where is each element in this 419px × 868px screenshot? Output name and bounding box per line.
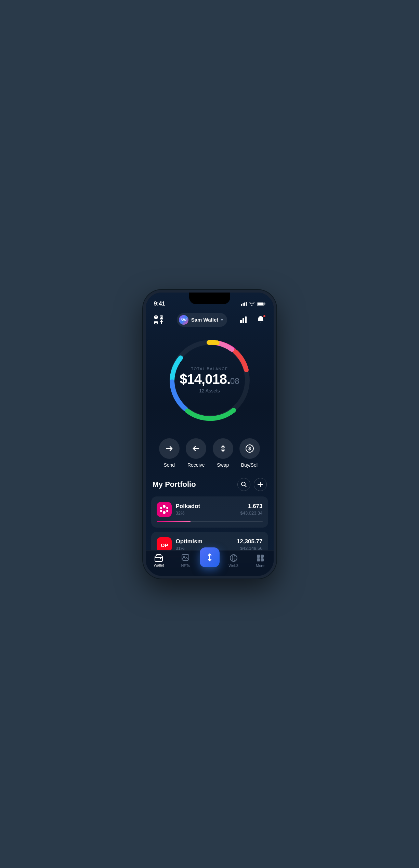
optimism-amount: 12,305.77 <box>237 538 263 545</box>
balance-main: $14,018. <box>180 372 230 387</box>
signal-icon <box>241 302 247 306</box>
search-portfolio-button[interactable] <box>237 478 250 491</box>
total-balance-label: TOTAL BALANCE <box>191 367 228 371</box>
wifi-icon <box>249 302 255 306</box>
web3-nav-icon <box>230 554 238 562</box>
svg-rect-6 <box>257 302 263 305</box>
svg-rect-37 <box>160 558 161 559</box>
svg-point-29 <box>163 505 166 508</box>
notification-dot <box>263 314 266 318</box>
assets-count: 12 Assets <box>199 388 220 393</box>
nav-nfts[interactable]: NFTs <box>172 554 199 568</box>
receive-button[interactable]: Receive <box>186 438 206 468</box>
polkadot-usd: $43,023.34 <box>240 510 262 516</box>
notch <box>189 293 230 304</box>
notification-button[interactable] <box>254 314 267 326</box>
wallet-name: Sam Wallet <box>191 317 218 323</box>
svg-line-26 <box>245 485 246 487</box>
nav-more[interactable]: More <box>247 554 274 568</box>
portfolio-actions <box>237 478 267 491</box>
balance-center: TOTAL BALANCE $14,018.08 12 Assets <box>180 367 239 393</box>
buysell-label: Buy/Sell <box>241 462 259 468</box>
balance-amount: $14,018.08 <box>180 372 239 386</box>
receive-label: Receive <box>187 462 205 468</box>
polkadot-asset-card[interactable]: Polkadot 32% 1.673 $43,023.34 <box>151 496 268 528</box>
buysell-icon-circle: $ <box>239 438 260 459</box>
swap-label: Swap <box>217 462 229 468</box>
svg-rect-10 <box>155 316 157 318</box>
nav-web3[interactable]: Web3 <box>220 554 247 568</box>
nft-nav-label: NFTs <box>181 563 190 568</box>
chart-button[interactable] <box>238 314 250 326</box>
balance-ring-container: TOTAL BALANCE $14,018.08 12 Assets <box>146 332 274 431</box>
scan-button[interactable] <box>153 314 165 326</box>
optimism-values: 12,305.77 $42,149.56 <box>237 538 263 551</box>
polkadot-name: Polkadot <box>176 503 236 510</box>
svg-rect-5 <box>265 303 265 305</box>
send-button[interactable]: Send <box>159 438 180 468</box>
send-icon-circle <box>159 438 180 459</box>
svg-point-30 <box>163 511 166 514</box>
phone-screen: 9:41 <box>146 293 274 576</box>
balance-cents: 08 <box>230 376 239 386</box>
polkadot-amount: 1.673 <box>240 503 262 510</box>
svg-rect-12 <box>155 322 157 323</box>
wallet-selector[interactable]: SW Sam Wallet ▾ <box>177 313 227 327</box>
receive-icon-circle <box>186 438 206 459</box>
nav-center[interactable] <box>199 554 220 567</box>
portfolio-title: My Portfolio <box>153 480 196 489</box>
battery-icon <box>257 302 265 306</box>
svg-point-31 <box>160 507 162 509</box>
portfolio-header: My Portfolio <box>151 478 268 491</box>
swap-icon-circle <box>213 438 233 459</box>
status-time: 9:41 <box>154 300 165 307</box>
polkadot-values: 1.673 $43,023.34 <box>240 503 262 516</box>
svg-rect-18 <box>245 316 247 323</box>
add-asset-button[interactable] <box>254 478 267 491</box>
header-right <box>238 314 267 326</box>
optimism-name: Optimism <box>176 538 233 545</box>
app-header: SW Sam Wallet ▾ <box>146 310 274 332</box>
status-icons <box>241 302 265 306</box>
polkadot-progress-fill <box>157 521 191 522</box>
nav-wallet[interactable]: Wallet <box>146 554 172 567</box>
svg-point-34 <box>166 510 168 512</box>
svg-point-32 <box>166 507 168 509</box>
wallet-nav-label: Wallet <box>154 563 164 567</box>
chevron-down-icon: ▾ <box>221 318 223 322</box>
svg-rect-44 <box>257 555 260 558</box>
phone-frame: 9:41 <box>143 290 276 579</box>
svg-rect-45 <box>261 555 264 558</box>
buysell-button[interactable]: $ Buy/Sell <box>239 438 260 468</box>
polkadot-progress-container <box>157 521 263 522</box>
svg-text:$: $ <box>248 446 251 451</box>
avatar: SW <box>179 315 188 325</box>
wallet-nav-icon <box>155 554 163 562</box>
web3-nav-label: Web3 <box>228 563 238 568</box>
center-action-button[interactable] <box>200 547 220 567</box>
svg-rect-36 <box>155 556 162 561</box>
polkadot-asset-row: Polkadot 32% 1.673 $43,023.34 <box>157 502 263 517</box>
svg-rect-16 <box>240 320 242 323</box>
svg-rect-1 <box>243 303 244 306</box>
svg-point-33 <box>160 510 162 512</box>
svg-rect-3 <box>246 302 247 306</box>
svg-rect-0 <box>241 304 242 306</box>
more-nav-icon <box>256 554 264 562</box>
swap-center-icon <box>205 553 214 562</box>
svg-rect-2 <box>244 302 245 306</box>
svg-rect-11 <box>161 316 162 318</box>
action-buttons: Send Receive <box>146 431 274 478</box>
send-label: Send <box>163 462 175 468</box>
header-left <box>153 314 166 326</box>
svg-rect-17 <box>243 318 244 323</box>
nft-nav-icon <box>181 554 189 562</box>
swap-button[interactable]: Swap <box>213 438 233 468</box>
polkadot-logo <box>157 502 172 517</box>
polkadot-percent: 32% <box>176 510 236 516</box>
bottom-nav: Wallet NFTs <box>146 550 274 576</box>
more-nav-label: More <box>256 563 264 568</box>
svg-rect-47 <box>261 558 264 561</box>
polkadot-info: Polkadot 32% <box>176 503 236 516</box>
svg-rect-46 <box>257 558 260 561</box>
